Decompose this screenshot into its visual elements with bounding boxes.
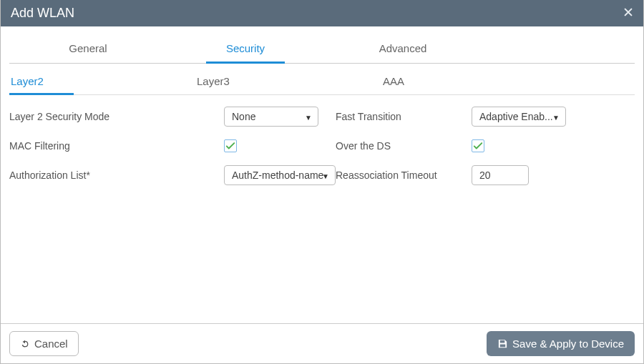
close-icon[interactable] (623, 6, 633, 21)
label-reassociation-timeout: Reassociation Timeout (336, 169, 472, 181)
tab-layer2[interactable]: Layer2 (9, 71, 195, 94)
select-fast-transition[interactable]: Adaptive Enab... ▼ (472, 107, 566, 127)
checkbox-mac-filtering[interactable] (224, 139, 237, 152)
save-icon (497, 338, 508, 349)
tab-advanced[interactable]: Advanced (324, 35, 482, 63)
row-over-the-ds: Over the DS (336, 139, 635, 152)
label-authorization-list: Authorization List* (9, 169, 224, 181)
checkbox-over-the-ds[interactable] (472, 139, 484, 152)
chevron-down-icon: ▼ (552, 114, 560, 122)
row-fast-transition: Fast Transition Adaptive Enab... ▼ (336, 107, 635, 127)
tab-aaa[interactable]: AAA (381, 71, 567, 94)
tab-security[interactable]: Security (167, 35, 324, 63)
select-l2-security-mode[interactable]: None ▼ (224, 107, 318, 127)
save-apply-button[interactable]: Save & Apply to Device (487, 331, 635, 356)
chevron-down-icon: ▼ (305, 114, 312, 122)
undo-icon (20, 339, 30, 349)
label-fast-transition: Fast Transition (336, 111, 472, 122)
left-column: Layer 2 Security Mode None ▼ MAC Filteri… (9, 107, 336, 323)
input-reassociation-timeout[interactable] (472, 165, 529, 185)
chevron-down-icon: ▼ (322, 172, 329, 180)
tabs-primary: General Security Advanced (9, 35, 635, 64)
row-l2-security-mode: Layer 2 Security Mode None ▼ (9, 107, 336, 127)
label-l2-security-mode: Layer 2 Security Mode (9, 111, 224, 122)
add-wlan-modal: Add WLAN General Security Advanced Layer… (0, 0, 644, 364)
label-mac-filtering: MAC Filtering (9, 140, 224, 152)
modal-footer: Cancel Save & Apply to Device (1, 323, 643, 363)
select-fast-transition-value: Adaptive Enab... (479, 111, 553, 122)
row-mac-filtering: MAC Filtering (9, 139, 336, 152)
right-column: Fast Transition Adaptive Enab... ▼ Over … (336, 107, 635, 323)
select-l2-security-mode-value: None (232, 111, 255, 122)
tabs-secondary: Layer2 Layer3 AAA (9, 71, 635, 95)
save-apply-button-label: Save & Apply to Device (512, 338, 624, 350)
cancel-button-label: Cancel (34, 338, 68, 350)
cancel-button[interactable]: Cancel (9, 331, 79, 356)
modal-title: Add WLAN (11, 6, 74, 21)
label-over-the-ds: Over the DS (336, 140, 472, 152)
row-authorization-list: Authorization List* AuthZ-method-name ▼ (9, 165, 336, 185)
row-reassociation-timeout: Reassociation Timeout (336, 165, 635, 185)
select-authorization-list[interactable]: AuthZ-method-name ▼ (224, 165, 336, 185)
tab-content: Layer 2 Security Mode None ▼ MAC Filteri… (1, 95, 643, 323)
modal-header: Add WLAN (1, 0, 643, 26)
tab-layer3[interactable]: Layer3 (195, 71, 381, 94)
tab-general[interactable]: General (9, 35, 167, 63)
select-authorization-list-value: AuthZ-method-name (232, 169, 323, 181)
